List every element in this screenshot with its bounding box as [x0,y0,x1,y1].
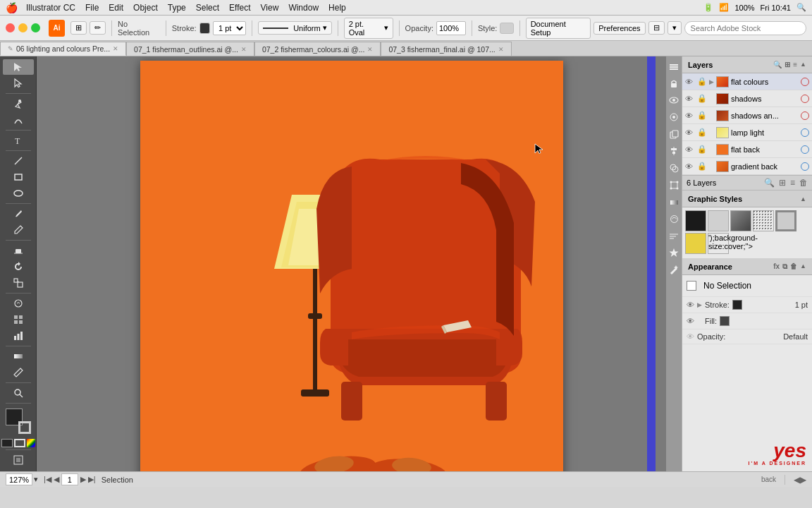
layer-lock-4[interactable]: 🔒 [697,145,707,154]
layer-dot-0[interactable] [801,78,809,86]
grid-tool[interactable] [3,312,34,327]
menu-edit[interactable]: Edit [109,3,123,13]
app-stroke-vis-icon[interactable]: 👁 [687,301,694,309]
rect-tool[interactable] [3,169,34,185]
brush-select-button[interactable]: 2 pt. Oval ▾ [344,18,393,39]
tab-1[interactable]: 07_1 fisherman_outlines.ai @... ✕ [126,42,254,56]
page-next-btn[interactable]: ▶ [80,475,86,484]
stroke-width-select[interactable]: 1 pt [213,21,246,35]
app-opacity-vis-icon[interactable]: 👁 [687,332,694,341]
menu-select[interactable]: Select [196,3,219,13]
canvas-area[interactable] [37,56,666,471]
gradient-tool[interactable] [3,349,34,364]
layer-row-4[interactable]: 👁 🔒 ▶ flat back [682,141,812,158]
style-6[interactable]: ');background-size:cover;"> [708,233,729,254]
fill-box[interactable] [1,439,13,447]
rotate-tool[interactable] [3,259,34,274]
strip-copy-icon[interactable] [667,127,681,141]
layer-lock-0[interactable]: 🔒 [697,77,707,86]
appearance-fill-row[interactable]: 👁 ▶ Fill: [682,313,812,329]
direct-selection-tool[interactable] [3,75,34,91]
scale-tool[interactable] [3,275,34,291]
layer-vis-2[interactable]: 👁 [685,111,695,120]
preferences-button[interactable]: Preferences [593,22,645,35]
style-2[interactable] [730,210,751,231]
layer-row-2[interactable]: 👁 🔒 ▶ shadows an... [682,107,812,124]
strip-gradient-icon[interactable] [667,195,681,209]
tab-close-3[interactable]: ✕ [498,46,504,53]
layer-row-0[interactable]: 👁 🔒 ▶ flat colours [682,73,812,90]
layer-vis-3[interactable]: 👁 [685,128,695,137]
app-stroke-swatch[interactable] [732,300,742,310]
tab-close-1[interactable]: ✕ [241,46,247,53]
tab-3[interactable]: 07_3 fisherman_final.ai @ 107... ✕ [381,42,511,56]
app-fill-swatch[interactable] [720,316,730,326]
strip-magic-icon[interactable] [667,262,681,277]
zoom-input[interactable]: 127% [6,473,32,485]
style-3[interactable] [753,210,774,231]
strip-appearance-icon[interactable] [667,212,681,226]
zoom-display[interactable]: 127% ▾ [6,473,38,485]
layer-menu-icon[interactable]: ≡ [790,178,795,188]
app-fill-vis-icon[interactable]: 👁 [687,317,694,325]
arrange-doc-button[interactable]: ⊞ [70,21,87,35]
graphic-styles-collapse-icon[interactable]: ▲ [800,195,806,202]
style-1[interactable] [708,210,729,231]
layer-vis-0[interactable]: 👁 [685,78,695,86]
strip-star-icon[interactable] [667,246,681,260]
layer-row-3[interactable]: 👁 🔒 ▶ lamp light [682,124,812,141]
layers-collapse-icon[interactable]: ▲ [800,61,806,68]
strip-target-icon[interactable] [667,110,681,124]
layer-vis-4[interactable]: 👁 [685,145,695,154]
layers-new-icon[interactable]: ⊞ [785,61,790,68]
layer-dot-2[interactable] [801,111,809,120]
layer-dot-3[interactable] [801,128,809,137]
stroke-style-button[interactable]: Uniform ▾ [258,21,332,35]
search-input[interactable] [684,21,806,35]
close-button[interactable] [6,23,15,32]
arrange-button[interactable]: ⊟ [648,21,665,35]
style-5[interactable] [685,233,706,254]
menu-help[interactable]: Help [328,3,346,13]
ellipse-tool[interactable] [3,186,34,201]
layer-del-icon[interactable]: 🗑 [799,178,808,188]
stroke-color-button[interactable] [199,23,210,34]
appearance-del-icon[interactable]: 🗑 [790,262,797,271]
layer-comp-icon[interactable]: ⊞ [779,178,786,188]
artboard-tool[interactable] [3,452,34,468]
style-swatch-button[interactable] [500,23,513,34]
layer-row-5[interactable]: 👁 🔒 ▶ gradient back [682,158,812,175]
menu-effect[interactable]: Effect [229,3,250,13]
layer-lock-1[interactable]: 🔒 [697,94,707,103]
page-last-btn[interactable]: ▶| [88,475,96,484]
appearance-stroke-row[interactable]: 👁 ▶ Stroke: 1 pt [682,297,812,313]
zoom-tool[interactable] [3,385,34,401]
zoom-dropdown-icon[interactable]: ▾ [34,475,38,484]
strip-lock-icon[interactable] [667,76,681,90]
tab-close-0[interactable]: ✕ [113,45,118,52]
layer-add-icon[interactable]: 🔍 [764,178,775,188]
scroll-h-icon[interactable]: ◀▶ [794,475,806,485]
stroke-box[interactable] [14,439,25,447]
menu-illustrator[interactable]: Illustrator CC [26,3,75,13]
layer-row-1[interactable]: 👁 🔒 ▶ shadows [682,90,812,107]
menu-window[interactable]: Window [288,3,319,13]
paintbrush-tool[interactable] [3,206,34,222]
selection-tool[interactable] [3,59,34,75]
layer-dot-4[interactable] [801,145,809,154]
eraser-tool[interactable] [3,243,34,258]
pen-tool[interactable] [3,96,34,111]
layer-vis-1[interactable]: 👁 [685,95,695,103]
brush-tool-button[interactable]: ✏ [90,21,106,35]
page-input[interactable] [61,473,78,485]
appearance-collapse-icon[interactable]: ▲ [800,262,806,271]
app-stroke-expand-icon[interactable]: ▶ [697,301,702,308]
strip-transform-icon[interactable] [667,178,681,192]
search-icon[interactable]: 🔍 [796,3,806,12]
menu-object[interactable]: Object [133,3,158,13]
color-mode-box[interactable] [27,439,35,447]
layer-lock-5[interactable]: 🔒 [697,162,707,171]
maximize-button[interactable] [31,23,40,32]
style-4[interactable] [775,210,796,231]
type-tool[interactable]: T [3,133,34,148]
